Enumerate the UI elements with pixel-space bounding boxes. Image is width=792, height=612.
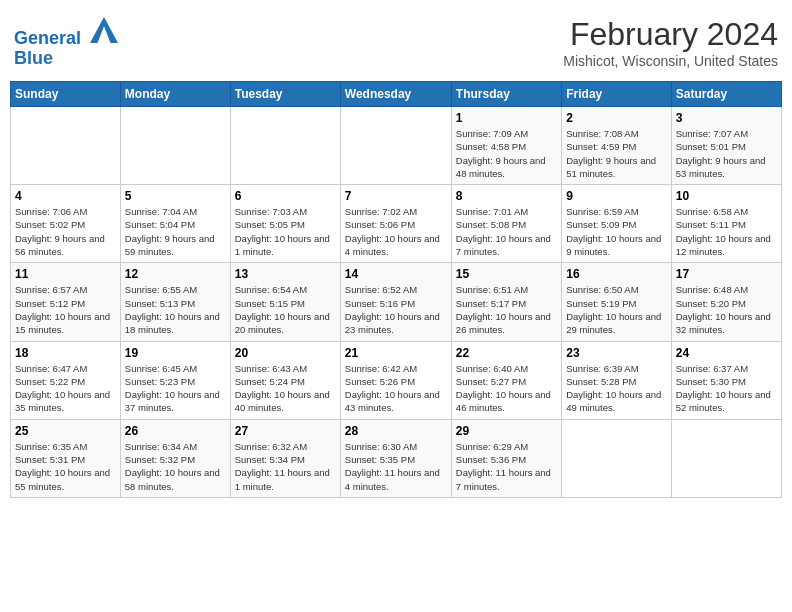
logo-blue: Blue — [14, 49, 118, 69]
day-info: Sunrise: 6:30 AMSunset: 5:35 PMDaylight:… — [345, 440, 447, 493]
weekday-header-wednesday: Wednesday — [340, 82, 451, 107]
weekday-header-monday: Monday — [120, 82, 230, 107]
calendar-cell: 6Sunrise: 7:03 AMSunset: 5:05 PMDaylight… — [230, 185, 340, 263]
day-number: 7 — [345, 189, 447, 203]
day-info: Sunrise: 6:51 AMSunset: 5:17 PMDaylight:… — [456, 283, 557, 336]
day-info: Sunrise: 6:55 AMSunset: 5:13 PMDaylight:… — [125, 283, 226, 336]
calendar-cell: 4Sunrise: 7:06 AMSunset: 5:02 PMDaylight… — [11, 185, 121, 263]
day-number: 11 — [15, 267, 116, 281]
day-info: Sunrise: 6:47 AMSunset: 5:22 PMDaylight:… — [15, 362, 116, 415]
day-info: Sunrise: 6:37 AMSunset: 5:30 PMDaylight:… — [676, 362, 777, 415]
calendar-cell: 9Sunrise: 6:59 AMSunset: 5:09 PMDaylight… — [562, 185, 671, 263]
day-number: 20 — [235, 346, 336, 360]
calendar-cell: 13Sunrise: 6:54 AMSunset: 5:15 PMDayligh… — [230, 263, 340, 341]
calendar-week-2: 4Sunrise: 7:06 AMSunset: 5:02 PMDaylight… — [11, 185, 782, 263]
calendar-body: 1Sunrise: 7:09 AMSunset: 4:58 PMDaylight… — [11, 107, 782, 498]
day-info: Sunrise: 7:09 AMSunset: 4:58 PMDaylight:… — [456, 127, 557, 180]
day-info: Sunrise: 6:42 AMSunset: 5:26 PMDaylight:… — [345, 362, 447, 415]
calendar-cell: 11Sunrise: 6:57 AMSunset: 5:12 PMDayligh… — [11, 263, 121, 341]
calendar-cell: 23Sunrise: 6:39 AMSunset: 5:28 PMDayligh… — [562, 341, 671, 419]
day-info: Sunrise: 6:29 AMSunset: 5:36 PMDaylight:… — [456, 440, 557, 493]
weekday-header-sunday: Sunday — [11, 82, 121, 107]
day-info: Sunrise: 7:06 AMSunset: 5:02 PMDaylight:… — [15, 205, 116, 258]
day-number: 27 — [235, 424, 336, 438]
calendar-cell: 3Sunrise: 7:07 AMSunset: 5:01 PMDaylight… — [671, 107, 781, 185]
day-info: Sunrise: 7:07 AMSunset: 5:01 PMDaylight:… — [676, 127, 777, 180]
calendar-cell: 2Sunrise: 7:08 AMSunset: 4:59 PMDaylight… — [562, 107, 671, 185]
day-number: 18 — [15, 346, 116, 360]
day-number: 4 — [15, 189, 116, 203]
day-number: 25 — [15, 424, 116, 438]
day-number: 17 — [676, 267, 777, 281]
calendar-cell: 29Sunrise: 6:29 AMSunset: 5:36 PMDayligh… — [451, 419, 561, 497]
day-number: 9 — [566, 189, 666, 203]
day-info: Sunrise: 7:03 AMSunset: 5:05 PMDaylight:… — [235, 205, 336, 258]
day-number: 28 — [345, 424, 447, 438]
day-info: Sunrise: 6:48 AMSunset: 5:20 PMDaylight:… — [676, 283, 777, 336]
day-number: 12 — [125, 267, 226, 281]
day-info: Sunrise: 7:01 AMSunset: 5:08 PMDaylight:… — [456, 205, 557, 258]
calendar-cell: 26Sunrise: 6:34 AMSunset: 5:32 PMDayligh… — [120, 419, 230, 497]
calendar-week-4: 18Sunrise: 6:47 AMSunset: 5:22 PMDayligh… — [11, 341, 782, 419]
day-number: 24 — [676, 346, 777, 360]
day-number: 8 — [456, 189, 557, 203]
day-info: Sunrise: 6:50 AMSunset: 5:19 PMDaylight:… — [566, 283, 666, 336]
calendar-cell: 28Sunrise: 6:30 AMSunset: 5:35 PMDayligh… — [340, 419, 451, 497]
day-info: Sunrise: 6:40 AMSunset: 5:27 PMDaylight:… — [456, 362, 557, 415]
calendar-cell: 18Sunrise: 6:47 AMSunset: 5:22 PMDayligh… — [11, 341, 121, 419]
weekday-header-row: SundayMondayTuesdayWednesdayThursdayFrid… — [11, 82, 782, 107]
weekday-header-tuesday: Tuesday — [230, 82, 340, 107]
title-block: February 2024 Mishicot, Wisconsin, Unite… — [563, 16, 778, 69]
day-number: 14 — [345, 267, 447, 281]
calendar-cell — [340, 107, 451, 185]
calendar-table: SundayMondayTuesdayWednesdayThursdayFrid… — [10, 81, 782, 498]
day-info: Sunrise: 6:45 AMSunset: 5:23 PMDaylight:… — [125, 362, 226, 415]
weekday-header-friday: Friday — [562, 82, 671, 107]
calendar-cell: 19Sunrise: 6:45 AMSunset: 5:23 PMDayligh… — [120, 341, 230, 419]
calendar-cell: 24Sunrise: 6:37 AMSunset: 5:30 PMDayligh… — [671, 341, 781, 419]
calendar-week-1: 1Sunrise: 7:09 AMSunset: 4:58 PMDaylight… — [11, 107, 782, 185]
calendar-cell: 14Sunrise: 6:52 AMSunset: 5:16 PMDayligh… — [340, 263, 451, 341]
calendar-cell: 7Sunrise: 7:02 AMSunset: 5:06 PMDaylight… — [340, 185, 451, 263]
calendar-cell: 10Sunrise: 6:58 AMSunset: 5:11 PMDayligh… — [671, 185, 781, 263]
calendar-cell: 16Sunrise: 6:50 AMSunset: 5:19 PMDayligh… — [562, 263, 671, 341]
page-header: General Blue February 2024 Mishicot, Wis… — [10, 10, 782, 75]
day-number: 23 — [566, 346, 666, 360]
day-number: 29 — [456, 424, 557, 438]
day-info: Sunrise: 6:39 AMSunset: 5:28 PMDaylight:… — [566, 362, 666, 415]
day-info: Sunrise: 6:34 AMSunset: 5:32 PMDaylight:… — [125, 440, 226, 493]
day-number: 19 — [125, 346, 226, 360]
main-title: February 2024 — [563, 16, 778, 53]
calendar-week-5: 25Sunrise: 6:35 AMSunset: 5:31 PMDayligh… — [11, 419, 782, 497]
day-info: Sunrise: 6:59 AMSunset: 5:09 PMDaylight:… — [566, 205, 666, 258]
calendar-cell: 1Sunrise: 7:09 AMSunset: 4:58 PMDaylight… — [451, 107, 561, 185]
calendar-cell: 17Sunrise: 6:48 AMSunset: 5:20 PMDayligh… — [671, 263, 781, 341]
calendar-cell — [11, 107, 121, 185]
day-info: Sunrise: 7:02 AMSunset: 5:06 PMDaylight:… — [345, 205, 447, 258]
logo: General Blue — [14, 16, 118, 69]
logo-icon — [90, 16, 118, 44]
calendar-cell: 27Sunrise: 6:32 AMSunset: 5:34 PMDayligh… — [230, 419, 340, 497]
logo-general: General — [14, 28, 81, 48]
day-number: 5 — [125, 189, 226, 203]
calendar-header: SundayMondayTuesdayWednesdayThursdayFrid… — [11, 82, 782, 107]
day-number: 3 — [676, 111, 777, 125]
calendar-week-3: 11Sunrise: 6:57 AMSunset: 5:12 PMDayligh… — [11, 263, 782, 341]
day-number: 13 — [235, 267, 336, 281]
day-number: 26 — [125, 424, 226, 438]
day-number: 22 — [456, 346, 557, 360]
day-info: Sunrise: 6:43 AMSunset: 5:24 PMDaylight:… — [235, 362, 336, 415]
day-info: Sunrise: 6:57 AMSunset: 5:12 PMDaylight:… — [15, 283, 116, 336]
calendar-cell: 12Sunrise: 6:55 AMSunset: 5:13 PMDayligh… — [120, 263, 230, 341]
calendar-cell: 25Sunrise: 6:35 AMSunset: 5:31 PMDayligh… — [11, 419, 121, 497]
day-number: 15 — [456, 267, 557, 281]
day-info: Sunrise: 6:52 AMSunset: 5:16 PMDaylight:… — [345, 283, 447, 336]
day-number: 2 — [566, 111, 666, 125]
calendar-cell — [120, 107, 230, 185]
logo-text: General — [14, 16, 118, 49]
calendar-cell: 8Sunrise: 7:01 AMSunset: 5:08 PMDaylight… — [451, 185, 561, 263]
day-number: 6 — [235, 189, 336, 203]
subtitle: Mishicot, Wisconsin, United States — [563, 53, 778, 69]
calendar-cell: 15Sunrise: 6:51 AMSunset: 5:17 PMDayligh… — [451, 263, 561, 341]
day-info: Sunrise: 7:04 AMSunset: 5:04 PMDaylight:… — [125, 205, 226, 258]
